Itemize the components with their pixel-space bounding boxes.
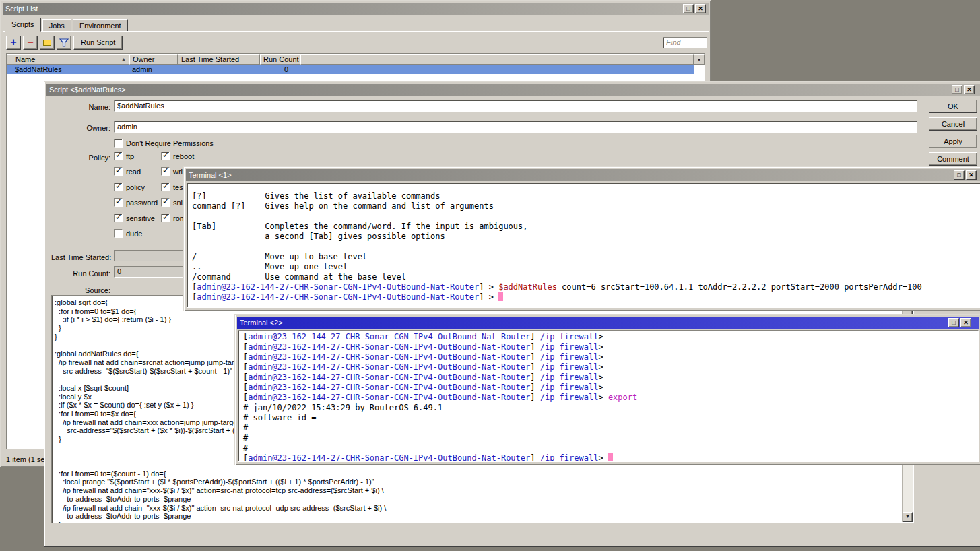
terminal1-titlebar[interactable]: Terminal <1> □ ✕ [186, 169, 980, 181]
terminal2-prompt-line-current: [admin@23-162-144-27-CHR-Sonar-CGN-IPv4-… [243, 453, 978, 462]
prompt-mid: ] [530, 342, 540, 352]
export-command: export [608, 393, 637, 402]
prompt-path: /ip firewall [540, 383, 599, 392]
terminal2-prompt-line: [admin@23-162-144-27-CHR-Sonar-CGN-IPv4-… [243, 362, 978, 372]
minus-icon: − [27, 38, 33, 47]
command-args: count=6 srcStart=100.64.1.1 toAddr=2.2.2… [557, 282, 922, 292]
apply-button[interactable]: Apply [929, 135, 977, 148]
plus-icon: + [10, 37, 16, 48]
scroll-down-button[interactable]: ▼ [903, 512, 913, 522]
tab-environment[interactable]: Environment [73, 19, 128, 32]
find-input[interactable] [663, 37, 707, 48]
tab-jobs[interactable]: Jobs [42, 19, 71, 32]
terminal-help-line: a second [Tab] gives possible options [192, 232, 980, 242]
policy-checkbox-romon[interactable] [161, 214, 170, 222]
run-script-button[interactable]: Run Script [73, 36, 123, 50]
chevron-down-icon: ▼ [697, 57, 702, 62]
column-header-run-count[interactable]: Run Count [260, 54, 300, 65]
prompt-host: admin@23-162-144-27-CHR-Sonar-CGN-IPv4-O… [248, 342, 530, 352]
terminal2-prompt-line: [admin@23-162-144-27-CHR-Sonar-CGN-IPv4-… [243, 332, 978, 342]
prompt-host: admin@23-162-144-27-CHR-Sonar-CGN-IPv4-O… [248, 453, 530, 462]
command-name: $addNatRules [498, 282, 557, 292]
titlebar-buttons: □ ✕ [952, 85, 975, 94]
policy-checkbox-test[interactable] [161, 183, 170, 191]
script-window-titlebar[interactable]: Script <$addNatRules> □ ✕ [46, 84, 980, 96]
run-count-label: Run Count: [51, 269, 110, 278]
prompt-host: admin@23-162-144-27-CHR-Sonar-CGN-IPv4-O… [248, 383, 530, 392]
copy-button[interactable] [40, 36, 55, 50]
terminal-help-line: / Move up to base level [192, 252, 980, 262]
policy-checkbox-ftp[interactable] [114, 152, 123, 160]
table-row[interactable]: $addNatRules admin 0 [7, 65, 694, 74]
close-icon[interactable]: ✕ [966, 170, 977, 180]
tab-scripts[interactable]: Scripts [5, 18, 41, 32]
desktop: Script List □ ✕ Scripts Jobs Environment… [0, 0, 980, 551]
table-header: Name▲ Owner Last Time Started Run Count … [7, 54, 705, 65]
row-run-count-cell: 0 [260, 65, 300, 74]
policy-checkbox-sensitive[interactable] [114, 214, 123, 222]
terminal-output-line: # software id = [243, 413, 978, 423]
policy-checkbox-policy[interactable] [114, 183, 123, 191]
terminal-output-line: # [243, 443, 978, 453]
tab-panel-edge [3, 31, 709, 32]
column-header-owner[interactable]: Owner [129, 54, 178, 65]
owner-field[interactable] [114, 121, 917, 133]
row-name-cell: $addNatRules [7, 65, 129, 74]
column-selector-dropdown[interactable]: ▼ [694, 54, 705, 65]
policy-checkbox-password[interactable] [114, 198, 123, 207]
cancel-button[interactable]: Cancel [929, 117, 977, 131]
prompt-path: /ip firewall [540, 393, 599, 402]
close-icon[interactable]: ✕ [964, 85, 975, 94]
script-list-titlebar[interactable]: Script List □ ✕ [3, 3, 709, 15]
column-header-last-time-started[interactable]: Last Time Started [178, 54, 260, 65]
terminal1-command-line: [admin@23-162-144-27-CHR-Sonar-CGN-IPv4-… [192, 282, 980, 292]
copy-icon [43, 40, 51, 46]
terminal2-title: Terminal <2> [240, 319, 283, 327]
comment-button[interactable]: Comment [929, 152, 977, 166]
terminal2-content[interactable]: [admin@23-162-144-27-CHR-Sonar-CGN-IPv4-… [238, 330, 979, 462]
source-line: } [55, 521, 900, 523]
filter-icon [59, 38, 69, 47]
close-icon[interactable]: ✕ [960, 318, 971, 327]
owner-label: Owner: [51, 123, 110, 133]
filter-button[interactable] [57, 36, 71, 50]
terminal-output-line: # jan/10/2022 15:43:29 by RouterOS 6.49.… [243, 403, 978, 413]
maximize-icon[interactable]: □ [952, 85, 962, 94]
prompt-path: /ip firewall [540, 362, 599, 372]
dont-require-permissions-checkbox[interactable] [114, 139, 123, 148]
script-list-toolbar: + − Run Script [6, 34, 707, 51]
ok-button[interactable]: OK [929, 100, 977, 113]
policy-label-policy: policy [126, 183, 145, 192]
policy-label: Policy: [51, 153, 110, 162]
name-field[interactable] [114, 100, 917, 112]
maximize-icon[interactable]: □ [948, 318, 959, 327]
terminal2-titlebar[interactable]: Terminal <2> □ ✕ [237, 317, 979, 329]
prompt-host: admin@23-162-144-27-CHR-Sonar-CGN-IPv4-O… [248, 372, 530, 382]
run-count-field: 0 [114, 266, 188, 278]
remove-button[interactable]: − [23, 36, 38, 50]
row-owner-cell: admin [129, 65, 178, 74]
terminal-help-line [192, 242, 980, 252]
prompt-end: > [598, 383, 608, 392]
terminal1-content[interactable]: [?] Gives the list of available commands… [187, 183, 980, 308]
policy-checkbox-reboot[interactable] [161, 152, 170, 160]
terminal2-export-line: [admin@23-162-144-27-CHR-Sonar-CGN-IPv4-… [243, 393, 978, 403]
close-icon[interactable]: ✕ [695, 4, 706, 13]
terminal1-prompt-line: [admin@23-162-144-27-CHR-Sonar-CGN-IPv4-… [192, 292, 980, 302]
maximize-icon[interactable]: □ [683, 4, 694, 13]
titlebar-buttons: □ ✕ [683, 4, 706, 13]
terminal2-export-output: # jan/10/2022 15:43:29 by RouterOS 6.49.… [243, 403, 978, 453]
maximize-icon[interactable]: □ [954, 170, 965, 180]
policy-checkbox-dude[interactable] [114, 229, 123, 238]
script-window-title: Script <$addNatRules> [49, 86, 126, 94]
policy-checkbox-write[interactable] [161, 167, 170, 176]
prompt-end: > [598, 372, 608, 382]
column-header-name[interactable]: Name▲ [7, 54, 129, 65]
sort-asc-icon: ▲ [121, 55, 126, 64]
policy-checkbox-read[interactable] [114, 167, 123, 176]
source-line: /ip firewall nat add chain="xxx-$($i / $… [55, 504, 900, 513]
chevron-down-icon: ▼ [905, 513, 910, 521]
policy-checkbox-sniff[interactable] [161, 198, 170, 207]
terminal1-window: Terminal <1> □ ✕ [?] Gives the list of a… [183, 166, 980, 311]
add-button[interactable]: + [6, 36, 21, 50]
